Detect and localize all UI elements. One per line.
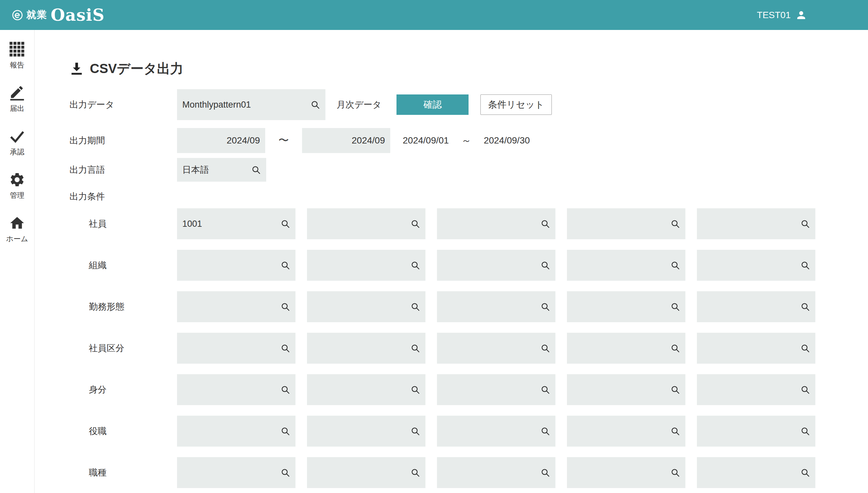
search-icon[interactable] (800, 260, 810, 270)
condition-search-box[interactable] (567, 333, 686, 364)
search-icon[interactable] (280, 343, 290, 353)
condition-search-box[interactable] (437, 250, 556, 281)
condition-search-input[interactable] (312, 426, 408, 436)
condition-search-input[interactable] (312, 219, 408, 229)
sidebar-item-gear[interactable]: 管理 (9, 171, 25, 200)
condition-search-box[interactable] (697, 250, 815, 281)
condition-search-input[interactable] (182, 219, 278, 229)
search-icon[interactable] (280, 219, 290, 229)
condition-search-input[interactable] (572, 468, 668, 478)
search-icon[interactable] (670, 302, 680, 312)
user-menu[interactable]: TEST01 (757, 9, 807, 21)
search-icon[interactable] (800, 426, 810, 436)
reset-conditions-button[interactable]: 条件リセット (480, 94, 552, 115)
condition-search-input[interactable] (702, 343, 798, 353)
sidebar-item-grid[interactable]: 報告 (9, 41, 25, 70)
search-icon[interactable] (280, 302, 290, 312)
search-icon[interactable] (410, 219, 420, 229)
search-icon[interactable] (410, 468, 420, 477)
condition-search-box[interactable] (567, 250, 686, 281)
condition-search-box[interactable] (307, 457, 426, 488)
search-icon[interactable] (540, 385, 550, 394)
condition-search-box[interactable] (697, 333, 815, 364)
condition-search-box[interactable] (177, 291, 296, 322)
search-icon[interactable] (410, 302, 420, 312)
search-icon[interactable] (540, 219, 550, 229)
condition-search-input[interactable] (442, 260, 538, 271)
output-language-input[interactable] (182, 165, 248, 175)
condition-search-box[interactable] (697, 291, 815, 322)
condition-search-box[interactable] (697, 208, 815, 239)
condition-search-input[interactable] (312, 468, 408, 478)
search-icon[interactable] (280, 426, 290, 436)
search-icon[interactable] (310, 100, 320, 110)
condition-search-box[interactable] (697, 457, 815, 488)
condition-search-input[interactable] (442, 385, 538, 395)
search-icon[interactable] (540, 260, 550, 270)
search-icon[interactable] (800, 302, 810, 312)
condition-search-input[interactable] (572, 385, 668, 395)
condition-search-box[interactable] (307, 291, 426, 322)
search-icon[interactable] (251, 165, 261, 175)
condition-search-box[interactable] (307, 208, 426, 239)
condition-search-input[interactable] (442, 468, 538, 478)
condition-search-box[interactable] (177, 457, 296, 488)
condition-search-box[interactable] (307, 374, 426, 405)
condition-search-input[interactable] (182, 260, 278, 271)
condition-search-input[interactable] (182, 385, 278, 395)
condition-search-box[interactable] (177, 333, 296, 364)
confirm-button[interactable]: 確認 (396, 94, 469, 115)
condition-search-input[interactable] (312, 260, 408, 271)
search-icon[interactable] (280, 385, 290, 394)
condition-search-box[interactable] (437, 291, 556, 322)
search-icon[interactable] (800, 219, 810, 229)
sidebar-item-check[interactable]: 承認 (9, 128, 25, 157)
search-icon[interactable] (540, 468, 550, 477)
search-icon[interactable] (540, 302, 550, 312)
search-icon[interactable] (280, 260, 290, 270)
condition-search-input[interactable] (572, 426, 668, 436)
condition-search-input[interactable] (572, 219, 668, 229)
search-icon[interactable] (540, 343, 550, 353)
search-icon[interactable] (800, 343, 810, 353)
search-icon[interactable] (410, 260, 420, 270)
condition-search-box[interactable] (307, 416, 426, 447)
search-icon[interactable] (410, 426, 420, 436)
condition-search-input[interactable] (572, 302, 668, 312)
condition-search-box[interactable] (697, 416, 815, 447)
condition-search-box[interactable] (567, 374, 686, 405)
condition-search-input[interactable] (442, 426, 538, 436)
condition-search-box[interactable] (437, 457, 556, 488)
condition-search-input[interactable] (702, 219, 798, 229)
condition-search-input[interactable] (702, 260, 798, 271)
condition-search-box[interactable] (697, 374, 815, 405)
condition-search-input[interactable] (182, 302, 278, 312)
search-icon[interactable] (410, 385, 420, 394)
condition-search-box[interactable] (567, 416, 686, 447)
output-data-input[interactable] (182, 100, 308, 110)
search-icon[interactable] (540, 426, 550, 436)
search-icon[interactable] (410, 343, 420, 353)
condition-search-input[interactable] (702, 426, 798, 436)
condition-search-input[interactable] (182, 468, 278, 478)
condition-search-input[interactable] (312, 302, 408, 312)
condition-search-input[interactable] (572, 343, 668, 353)
condition-search-input[interactable] (572, 260, 668, 271)
condition-search-input[interactable] (442, 219, 538, 229)
condition-search-box[interactable] (177, 374, 296, 405)
search-icon[interactable] (670, 468, 680, 477)
condition-search-box[interactable] (307, 250, 426, 281)
condition-search-box[interactable] (437, 208, 556, 239)
output-language-search-box[interactable] (177, 158, 266, 182)
condition-search-box[interactable] (437, 333, 556, 364)
condition-search-input[interactable] (442, 302, 538, 312)
search-icon[interactable] (670, 343, 680, 353)
search-icon[interactable] (800, 385, 810, 394)
condition-search-input[interactable] (702, 302, 798, 312)
search-icon[interactable] (280, 468, 290, 477)
period-from-input[interactable] (177, 128, 265, 153)
condition-search-box[interactable] (567, 208, 686, 239)
sidebar-item-home[interactable]: ホーム (6, 215, 28, 244)
condition-search-box[interactable] (567, 291, 686, 322)
condition-search-box[interactable] (177, 416, 296, 447)
